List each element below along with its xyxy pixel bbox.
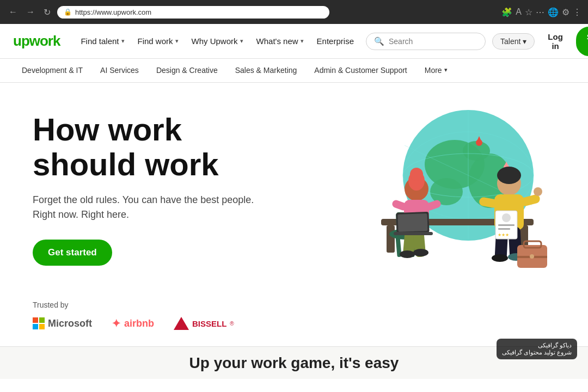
svg-rect-14: [387, 225, 395, 253]
talent-filter-button[interactable]: Talent ▾: [492, 33, 535, 50]
svg-rect-33: [397, 213, 427, 232]
lock-icon: 🔒: [64, 8, 72, 16]
bissell-triangle-icon: [174, 317, 189, 330]
secondary-nav-more[interactable]: More ▾: [416, 59, 456, 83]
extensions-icon[interactable]: 🌐: [548, 7, 559, 17]
airbnb-icon: ✦: [112, 317, 121, 330]
svg-text:★★★: ★★★: [498, 232, 509, 237]
enterprise-nav[interactable]: Enterprise: [311, 32, 359, 50]
secondary-nav-ai[interactable]: AI Services: [91, 59, 148, 83]
chevron-down-icon: ▾: [240, 38, 243, 45]
svg-point-31: [413, 249, 428, 256]
hero-subtitle: Forget the old rules. You can have the b…: [33, 193, 254, 222]
svg-point-50: [502, 213, 511, 222]
ms-square-2: [39, 317, 45, 323]
find-work-nav[interactable]: Find work ▾: [132, 32, 184, 50]
secondary-nav-design[interactable]: Design & Creative: [148, 59, 226, 83]
svg-point-40: [534, 187, 542, 196]
bookmark-icon[interactable]: ☆: [525, 7, 532, 17]
secondary-nav: Development & IT AI Services Design & Cr…: [0, 59, 588, 83]
bissell-logo: BISSELL ®: [174, 317, 234, 330]
airbnb-logo: ✦ airbnb: [112, 317, 154, 330]
whats-new-nav[interactable]: What's new ▾: [251, 32, 309, 50]
refresh-button[interactable]: ↻: [41, 5, 53, 20]
forward-button[interactable]: →: [24, 5, 37, 19]
search-input[interactable]: [389, 37, 454, 46]
svg-point-48: [530, 254, 534, 259]
microsoft-icon: [33, 317, 45, 329]
svg-point-24: [410, 168, 423, 181]
hero-title: How work should work: [33, 112, 254, 182]
chevron-down-icon: ▾: [175, 38, 179, 45]
trusted-logos: Microsoft ✦ airbnb BISSELL ®: [33, 317, 555, 330]
get-started-button[interactable]: Get started: [33, 240, 112, 266]
search-icon: 🔍: [374, 36, 384, 46]
ms-square-4: [39, 324, 45, 329]
ms-square-1: [33, 317, 38, 323]
browser-chrome: ← → ↻ 🔒 https://www.upwork.com 🧩 A ☆ ⋯ 🌐…: [0, 0, 588, 24]
secondary-nav-sales[interactable]: Sales & Marketing: [226, 59, 306, 83]
bottom-teaser-text: Up your work game, it's easy: [189, 354, 399, 372]
find-talent-nav[interactable]: Find talent ▾: [75, 32, 130, 50]
nav-links: Find talent ▾ Find work ▾ Why Upwork ▾ W…: [75, 32, 359, 50]
settings-icon[interactable]: ⚙: [562, 7, 569, 17]
trusted-section: Trusted by Microsoft ✦ airbnb BISSELL ®: [0, 290, 588, 346]
top-nav: upwork Find talent ▾ Find work ▾ Why Upw…: [0, 24, 588, 59]
svg-point-30: [400, 250, 415, 258]
hero-text: How work should work Forget the old rule…: [33, 112, 254, 266]
chevron-down-icon: ▾: [523, 37, 526, 46]
signup-button[interactable]: Sign up: [576, 27, 588, 56]
upwork-logo[interactable]: upwork: [13, 33, 60, 50]
svg-rect-51: [498, 224, 514, 226]
chevron-down-icon: ▾: [301, 38, 304, 45]
svg-point-36: [497, 167, 521, 184]
more-tools-icon[interactable]: ⋮: [573, 7, 581, 17]
trusted-label: Trusted by: [33, 301, 555, 309]
hero-section: How work should work Forget the old rule…: [0, 83, 588, 290]
auth-buttons: Log in Sign up: [541, 27, 588, 56]
chevron-down-icon: ▾: [444, 66, 448, 74]
microsoft-logo: Microsoft: [33, 317, 92, 329]
address-bar[interactable]: 🔒 https://www.upwork.com: [57, 6, 329, 19]
ms-square-3: [33, 324, 38, 329]
secondary-nav-dev-it[interactable]: Development & IT: [13, 59, 91, 83]
extension-icon[interactable]: 🧩: [501, 7, 512, 17]
svg-point-43: [492, 254, 508, 262]
hero-illustration: ★★★: [316, 105, 555, 273]
login-button[interactable]: Log in: [541, 28, 569, 55]
browser-menu-icon[interactable]: ⋯: [536, 7, 544, 17]
chevron-down-icon: ▾: [121, 38, 125, 45]
url-text: https://www.upwork.com: [75, 8, 151, 16]
watermark: دیاکو گرافیکی شروع تولید محتوای گرافیکی: [497, 339, 577, 359]
profile-icon[interactable]: A: [516, 7, 522, 17]
why-upwork-nav[interactable]: Why Upwork ▾: [186, 32, 249, 50]
svg-rect-52: [498, 228, 510, 230]
secondary-nav-admin[interactable]: Admin & Customer Support: [305, 59, 415, 83]
hero-svg: ★★★: [316, 105, 555, 273]
browser-toolbar: 🧩 A ☆ ⋯ 🌐 ⚙ ⋮: [501, 7, 581, 17]
svg-rect-34: [394, 232, 433, 235]
search-bar[interactable]: 🔍: [366, 33, 486, 50]
back-button[interactable]: ←: [7, 5, 20, 19]
